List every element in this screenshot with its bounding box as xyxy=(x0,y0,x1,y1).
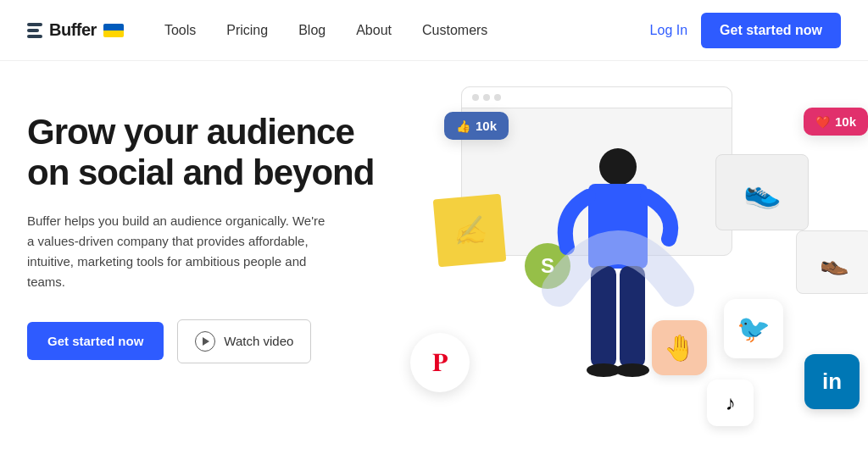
login-link[interactable]: Log In xyxy=(650,23,687,38)
instagram-count: 10k xyxy=(835,114,856,129)
pinterest-p-icon: 𝐏 xyxy=(432,348,448,378)
watch-video-button[interactable]: Watch video xyxy=(177,319,311,363)
svg-point-5 xyxy=(615,363,649,377)
play-icon xyxy=(195,331,215,352)
nav-item-tools[interactable]: Tools xyxy=(164,23,196,38)
svg-rect-3 xyxy=(620,266,645,368)
svg-point-0 xyxy=(599,148,637,186)
hero-illustration: 👍 10k ❤️ 10k ✍ S 👟 👞 xyxy=(393,61,868,460)
heart-icon: ❤️ xyxy=(815,115,830,129)
shoe-box: 👟 xyxy=(715,154,809,230)
shoe-icon-2: 👞 xyxy=(820,248,849,276)
hero-buttons: Get started now Watch video xyxy=(27,319,383,363)
twitter-bird-icon: 🐦 xyxy=(737,313,771,345)
tiktok-icon: ♪ xyxy=(707,380,754,426)
hero-content: Grow your audience on social and beyond … xyxy=(27,95,383,363)
illustration-container: 👍 10k ❤️ 10k ✍ S 👟 👞 xyxy=(393,61,868,460)
pinterest-icon: 𝐏 xyxy=(410,333,470,392)
instagram-10k-card: ❤️ 10k xyxy=(804,108,868,136)
browser-dot-3 xyxy=(494,94,501,101)
nav-item-pricing[interactable]: Pricing xyxy=(226,23,268,38)
navbar: Buffer Tools Pricing Blog About Customer… xyxy=(0,0,868,61)
facebook-count: 10k xyxy=(476,119,497,133)
browser-dot-2 xyxy=(483,94,490,101)
nav-item-customers[interactable]: Customers xyxy=(422,23,487,38)
nav-item-about[interactable]: About xyxy=(356,23,392,38)
nav-actions: Log In Get started now xyxy=(650,13,841,48)
hero-title: Grow your audience on social and beyond xyxy=(27,112,383,194)
nav-cta-button[interactable]: Get started now xyxy=(701,13,841,48)
logo[interactable]: Buffer xyxy=(27,20,124,40)
browser-dot-1 xyxy=(472,94,479,101)
browser-bar xyxy=(462,87,732,108)
postit-decoration: ✍ xyxy=(451,213,487,247)
play-triangle xyxy=(203,337,209,346)
person-illustration xyxy=(542,120,694,442)
linkedin-icon: in xyxy=(804,354,860,409)
hero-cta-button[interactable]: Get started now xyxy=(27,322,164,360)
shoe-icon: 👟 xyxy=(743,175,782,210)
hero-section: Grow your audience on social and beyond … xyxy=(0,61,868,460)
twitter-icon: 🐦 xyxy=(724,299,783,358)
buffer-logo-icon xyxy=(27,23,42,38)
facebook-10k-card: 👍 10k xyxy=(444,112,509,140)
postit-note: ✍ xyxy=(433,194,507,268)
shoe-card: 👞 xyxy=(796,230,868,294)
nav-item-blog[interactable]: Blog xyxy=(298,23,326,38)
tiktok-logo-icon: ♪ xyxy=(726,391,736,415)
watch-video-label: Watch video xyxy=(224,334,293,348)
hero-description: Buffer helps you build an audience organ… xyxy=(27,211,332,292)
ukraine-flag xyxy=(103,24,124,37)
brand-name: Buffer xyxy=(49,20,97,40)
linkedin-in-icon: in xyxy=(822,369,842,395)
thumbs-up-icon: 👍 xyxy=(456,119,470,133)
svg-rect-2 xyxy=(591,266,616,368)
nav-links: Tools Pricing Blog About Customers xyxy=(164,23,650,38)
